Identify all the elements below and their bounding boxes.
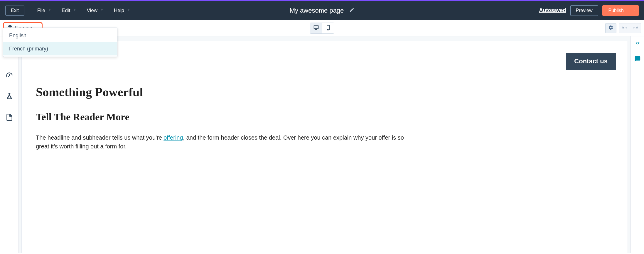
topbar-right: Autosaved Preview Publish — [539, 5, 639, 16]
menu-edit[interactable]: Edit — [62, 8, 77, 13]
page-title-group: My awesome page — [290, 7, 355, 14]
chevron-down-icon — [633, 8, 636, 13]
publish-dropdown-button[interactable] — [630, 5, 639, 16]
body-link[interactable]: offering — [163, 134, 183, 141]
undo-icon — [622, 25, 627, 31]
menu-bar: File Edit View Help — [37, 8, 131, 13]
gear-icon — [608, 25, 613, 31]
content-body[interactable]: The headline and subheader tells us what… — [36, 133, 412, 151]
publish-button[interactable]: Publish — [602, 5, 630, 16]
redo-icon — [633, 25, 638, 31]
chevron-down-icon — [73, 8, 77, 13]
sidebar-item-test[interactable] — [5, 93, 14, 101]
contact-us-button[interactable]: Contact us — [566, 53, 616, 70]
undo-redo-group — [619, 23, 641, 33]
language-dropdown: English French (primary) — [3, 28, 117, 57]
content-subheading[interactable]: Tell The Reader More — [36, 111, 613, 123]
menu-edit-label: Edit — [62, 8, 70, 13]
menu-file[interactable]: File — [37, 8, 52, 13]
preview-button[interactable]: Preview — [570, 5, 598, 16]
file-icon — [6, 114, 13, 122]
edit-title-icon[interactable] — [349, 7, 354, 14]
sidebar-item-file[interactable] — [5, 114, 14, 122]
chat-icon — [634, 58, 641, 63]
language-option-english[interactable]: English — [3, 29, 117, 42]
desktop-view-button[interactable] — [310, 23, 322, 33]
flask-icon — [6, 92, 13, 101]
autosaved-status[interactable]: Autosaved — [539, 7, 566, 13]
mobile-icon — [325, 25, 331, 32]
chevron-down-icon — [48, 8, 52, 13]
chevron-down-icon — [127, 8, 131, 13]
mobile-view-button[interactable] — [322, 23, 334, 33]
publish-group: Publish — [602, 5, 639, 16]
menu-view-label: View — [87, 8, 97, 13]
page-canvas[interactable]: Contact us Something Powerful Tell The R… — [22, 41, 628, 253]
menu-view[interactable]: View — [87, 8, 104, 13]
collapse-rail-button[interactable] — [634, 40, 641, 48]
settings-button[interactable] — [605, 23, 616, 33]
content-heading[interactable]: Something Powerful — [36, 85, 613, 99]
undo-button[interactable] — [619, 23, 630, 33]
redo-button[interactable] — [630, 23, 641, 33]
desktop-icon — [313, 25, 319, 32]
language-option-french[interactable]: French (primary) — [3, 42, 117, 55]
sidebar-item-performance[interactable] — [5, 72, 14, 80]
comments-button[interactable] — [634, 56, 641, 63]
menu-help-label: Help — [114, 8, 124, 13]
chevron-down-icon — [100, 8, 104, 13]
menu-help[interactable]: Help — [114, 8, 131, 13]
exit-button[interactable]: Exit — [5, 6, 24, 16]
page-title: My awesome page — [290, 7, 344, 14]
gauge-icon — [6, 71, 13, 80]
left-sidebar — [0, 36, 19, 253]
right-rail — [630, 36, 644, 253]
workspace: Contact us Something Powerful Tell The R… — [0, 36, 644, 253]
subbar-right — [605, 23, 641, 33]
top-toolbar: Exit File Edit View Help My awesome page… — [0, 1, 644, 20]
body-text-pre: The headline and subheader tells us what… — [36, 134, 163, 141]
chevrons-left-icon — [634, 42, 641, 47]
menu-file-label: File — [37, 8, 45, 13]
canvas-area: Contact us Something Powerful Tell The R… — [19, 36, 630, 253]
device-toggle — [310, 23, 334, 34]
